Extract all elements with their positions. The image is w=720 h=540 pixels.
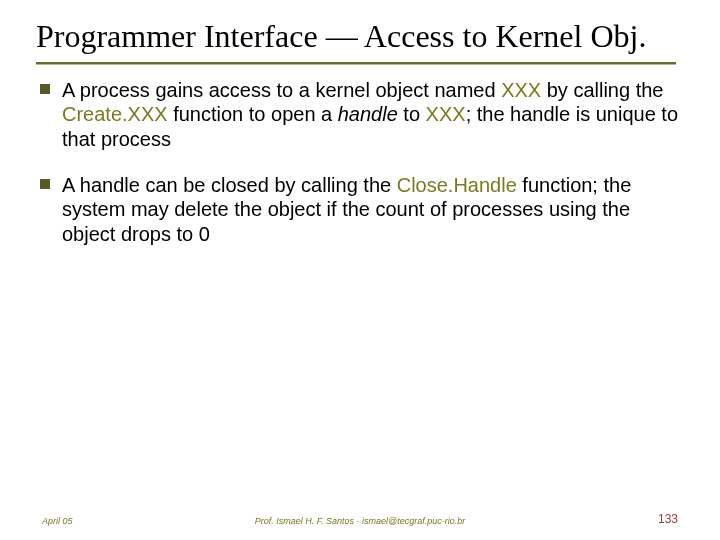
text-run: A handle can be closed by calling the	[62, 174, 397, 196]
slide: Programmer Interface — Access to Kernel …	[0, 0, 720, 540]
keyword-xxx: XXX	[426, 103, 466, 125]
text-run: function to open a	[168, 103, 338, 125]
bullet-item: A process gains access to a kernel objec…	[40, 78, 680, 151]
function-name: Create.XXX	[62, 103, 168, 125]
text-run: by calling the	[541, 79, 663, 101]
bullet-marker-icon	[40, 78, 62, 151]
slide-title: Programmer Interface — Access to Kernel …	[36, 18, 684, 56]
bullet-text: A process gains access to a kernel objec…	[62, 78, 680, 151]
slide-footer: April 05 Prof. Ismael H. F. Santos - ism…	[0, 512, 720, 526]
footer-page-number: 133	[658, 512, 678, 526]
keyword-xxx: XXX	[501, 79, 541, 101]
footer-date: April 05	[42, 516, 73, 526]
text-run: to	[398, 103, 426, 125]
slide-content: A process gains access to a kernel objec…	[36, 64, 684, 246]
function-name: Close.Handle	[397, 174, 517, 196]
bullet-marker-icon	[40, 173, 62, 246]
text-run: A process gains access to a kernel objec…	[62, 79, 501, 101]
emphasis-handle: handle	[338, 103, 398, 125]
bullet-item: A handle can be closed by calling the Cl…	[40, 173, 680, 246]
bullet-text: A handle can be closed by calling the Cl…	[62, 173, 680, 246]
footer-credit: Prof. Ismael H. F. Santos - ismael@tecgr…	[0, 516, 720, 526]
